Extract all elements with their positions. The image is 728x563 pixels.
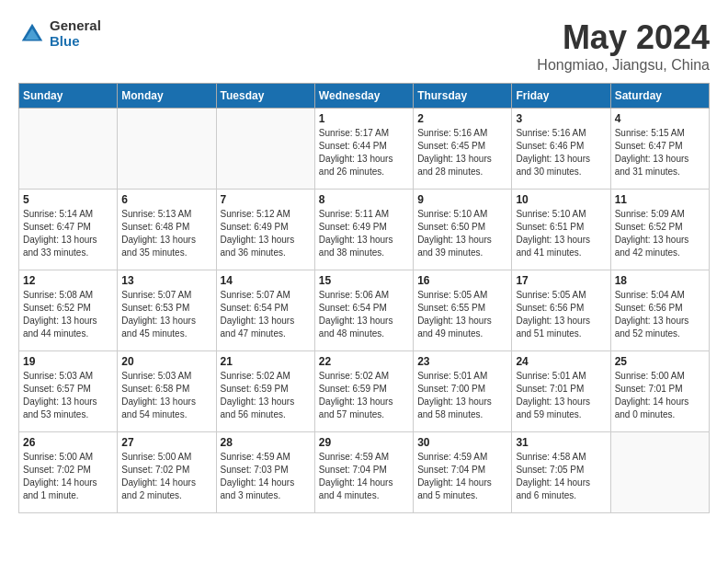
day-detail: Sunrise: 4:59 AM Sunset: 7:04 PM Dayligh… <box>417 451 507 502</box>
day-number: 2 <box>417 112 507 125</box>
calendar-cell <box>19 109 118 190</box>
day-detail: Sunrise: 5:01 AM Sunset: 7:00 PM Dayligh… <box>417 370 507 421</box>
day-number: 13 <box>121 274 211 287</box>
day-detail: Sunrise: 5:00 AM Sunset: 7:02 PM Dayligh… <box>23 451 113 502</box>
day-detail: Sunrise: 5:00 AM Sunset: 7:01 PM Dayligh… <box>615 370 705 421</box>
calendar-table: SundayMondayTuesdayWednesdayThursdayFrid… <box>18 83 710 513</box>
calendar-cell: 14Sunrise: 5:07 AM Sunset: 6:54 PM Dayli… <box>216 270 314 351</box>
day-number: 27 <box>121 436 211 449</box>
day-detail: Sunrise: 5:13 AM Sunset: 6:48 PM Dayligh… <box>121 208 211 259</box>
day-detail: Sunrise: 5:14 AM Sunset: 6:47 PM Dayligh… <box>23 208 113 259</box>
title-area: May 2024 Hongmiao, Jiangsu, China <box>537 18 710 74</box>
calendar-cell: 6Sunrise: 5:13 AM Sunset: 6:48 PM Daylig… <box>118 190 216 270</box>
day-number: 24 <box>516 355 606 368</box>
day-number: 17 <box>516 274 606 287</box>
calendar-week-row: 1Sunrise: 5:17 AM Sunset: 6:44 PM Daylig… <box>19 109 710 190</box>
calendar-cell: 29Sunrise: 4:59 AM Sunset: 7:04 PM Dayli… <box>314 432 413 513</box>
calendar-week-row: 5Sunrise: 5:14 AM Sunset: 6:47 PM Daylig… <box>19 190 710 270</box>
day-detail: Sunrise: 5:09 AM Sunset: 6:52 PM Dayligh… <box>615 208 705 259</box>
day-detail: Sunrise: 5:07 AM Sunset: 6:53 PM Dayligh… <box>121 289 211 340</box>
calendar-cell: 8Sunrise: 5:11 AM Sunset: 6:49 PM Daylig… <box>314 190 413 270</box>
calendar-cell: 7Sunrise: 5:12 AM Sunset: 6:49 PM Daylig… <box>216 190 314 270</box>
day-detail: Sunrise: 5:05 AM Sunset: 6:55 PM Dayligh… <box>417 289 507 340</box>
day-detail: Sunrise: 5:00 AM Sunset: 7:02 PM Dayligh… <box>121 451 211 502</box>
calendar-cell: 10Sunrise: 5:10 AM Sunset: 6:51 PM Dayli… <box>512 190 610 270</box>
day-detail: Sunrise: 5:07 AM Sunset: 6:54 PM Dayligh… <box>221 289 311 340</box>
logo: General Blue <box>18 18 101 49</box>
calendar-cell: 22Sunrise: 5:02 AM Sunset: 6:59 PM Dayli… <box>314 351 413 432</box>
day-number: 16 <box>417 274 507 287</box>
calendar-week-row: 19Sunrise: 5:03 AM Sunset: 6:57 PM Dayli… <box>19 351 710 432</box>
day-detail: Sunrise: 4:59 AM Sunset: 7:03 PM Dayligh… <box>221 451 311 502</box>
calendar-cell: 2Sunrise: 5:16 AM Sunset: 6:45 PM Daylig… <box>414 109 512 190</box>
day-detail: Sunrise: 5:15 AM Sunset: 6:47 PM Dayligh… <box>615 127 705 178</box>
day-number: 15 <box>319 274 409 287</box>
day-detail: Sunrise: 5:01 AM Sunset: 7:01 PM Dayligh… <box>516 370 606 421</box>
day-detail: Sunrise: 5:06 AM Sunset: 6:54 PM Dayligh… <box>319 289 409 340</box>
calendar-cell: 17Sunrise: 5:05 AM Sunset: 6:56 PM Dayli… <box>512 270 610 351</box>
calendar-cell: 26Sunrise: 5:00 AM Sunset: 7:02 PM Dayli… <box>19 432 118 513</box>
day-number: 28 <box>221 436 311 449</box>
day-number: 23 <box>417 355 507 368</box>
calendar-cell <box>610 432 709 513</box>
header-tuesday: Tuesday <box>216 84 314 109</box>
day-detail: Sunrise: 5:02 AM Sunset: 6:59 PM Dayligh… <box>319 370 409 421</box>
header-wednesday: Wednesday <box>314 84 413 109</box>
calendar-cell: 21Sunrise: 5:02 AM Sunset: 6:59 PM Dayli… <box>216 351 314 432</box>
day-number: 21 <box>221 355 311 368</box>
day-detail: Sunrise: 4:59 AM Sunset: 7:04 PM Dayligh… <box>319 451 409 502</box>
day-number: 25 <box>615 355 705 368</box>
calendar-cell: 24Sunrise: 5:01 AM Sunset: 7:01 PM Dayli… <box>512 351 610 432</box>
day-detail: Sunrise: 5:16 AM Sunset: 6:46 PM Dayligh… <box>516 127 606 178</box>
calendar-cell: 1Sunrise: 5:17 AM Sunset: 6:44 PM Daylig… <box>314 109 413 190</box>
day-number: 1 <box>319 112 409 125</box>
calendar-cell: 28Sunrise: 4:59 AM Sunset: 7:03 PM Dayli… <box>216 432 314 513</box>
calendar-cell: 5Sunrise: 5:14 AM Sunset: 6:47 PM Daylig… <box>19 190 118 270</box>
calendar-cell: 4Sunrise: 5:15 AM Sunset: 6:47 PM Daylig… <box>610 109 709 190</box>
day-number: 31 <box>516 436 606 449</box>
day-number: 19 <box>23 355 113 368</box>
day-detail: Sunrise: 5:05 AM Sunset: 6:56 PM Dayligh… <box>516 289 606 340</box>
day-number: 30 <box>417 436 507 449</box>
day-detail: Sunrise: 5:11 AM Sunset: 6:49 PM Dayligh… <box>319 208 409 259</box>
day-detail: Sunrise: 5:10 AM Sunset: 6:50 PM Dayligh… <box>417 208 507 259</box>
day-number: 3 <box>516 112 606 125</box>
day-number: 11 <box>615 193 705 206</box>
day-detail: Sunrise: 5:03 AM Sunset: 6:57 PM Dayligh… <box>23 370 113 421</box>
calendar-header-row: SundayMondayTuesdayWednesdayThursdayFrid… <box>19 84 710 109</box>
page-header: General Blue May 2024 Hongmiao, Jiangsu,… <box>18 18 710 74</box>
calendar-cell: 30Sunrise: 4:59 AM Sunset: 7:04 PM Dayli… <box>414 432 512 513</box>
logo-blue: Blue <box>50 34 101 50</box>
day-number: 22 <box>319 355 409 368</box>
day-number: 26 <box>23 436 113 449</box>
header-sunday: Sunday <box>19 84 118 109</box>
logo-icon <box>18 20 46 48</box>
calendar-cell: 23Sunrise: 5:01 AM Sunset: 7:00 PM Dayli… <box>414 351 512 432</box>
calendar-cell: 13Sunrise: 5:07 AM Sunset: 6:53 PM Dayli… <box>118 270 216 351</box>
calendar-cell: 27Sunrise: 5:00 AM Sunset: 7:02 PM Dayli… <box>118 432 216 513</box>
day-number: 5 <box>23 193 113 206</box>
day-number: 29 <box>319 436 409 449</box>
calendar-cell: 11Sunrise: 5:09 AM Sunset: 6:52 PM Dayli… <box>610 190 709 270</box>
logo-text: General Blue <box>50 18 101 49</box>
header-monday: Monday <box>118 84 216 109</box>
calendar-cell: 25Sunrise: 5:00 AM Sunset: 7:01 PM Dayli… <box>610 351 709 432</box>
day-detail: Sunrise: 5:08 AM Sunset: 6:52 PM Dayligh… <box>23 289 113 340</box>
day-detail: Sunrise: 5:12 AM Sunset: 6:49 PM Dayligh… <box>221 208 311 259</box>
day-detail: Sunrise: 5:04 AM Sunset: 6:56 PM Dayligh… <box>615 289 705 340</box>
day-detail: Sunrise: 5:10 AM Sunset: 6:51 PM Dayligh… <box>516 208 606 259</box>
calendar-cell: 15Sunrise: 5:06 AM Sunset: 6:54 PM Dayli… <box>314 270 413 351</box>
calendar-cell: 19Sunrise: 5:03 AM Sunset: 6:57 PM Dayli… <box>19 351 118 432</box>
calendar-cell <box>216 109 314 190</box>
main-title: May 2024 <box>537 18 710 57</box>
header-friday: Friday <box>512 84 610 109</box>
calendar-week-row: 12Sunrise: 5:08 AM Sunset: 6:52 PM Dayli… <box>19 270 710 351</box>
calendar-cell <box>118 109 216 190</box>
day-detail: Sunrise: 4:58 AM Sunset: 7:05 PM Dayligh… <box>516 451 606 502</box>
day-number: 14 <box>221 274 311 287</box>
calendar-cell: 12Sunrise: 5:08 AM Sunset: 6:52 PM Dayli… <box>19 270 118 351</box>
calendar-cell: 16Sunrise: 5:05 AM Sunset: 6:55 PM Dayli… <box>414 270 512 351</box>
day-number: 10 <box>516 193 606 206</box>
day-number: 12 <box>23 274 113 287</box>
day-number: 8 <box>319 193 409 206</box>
